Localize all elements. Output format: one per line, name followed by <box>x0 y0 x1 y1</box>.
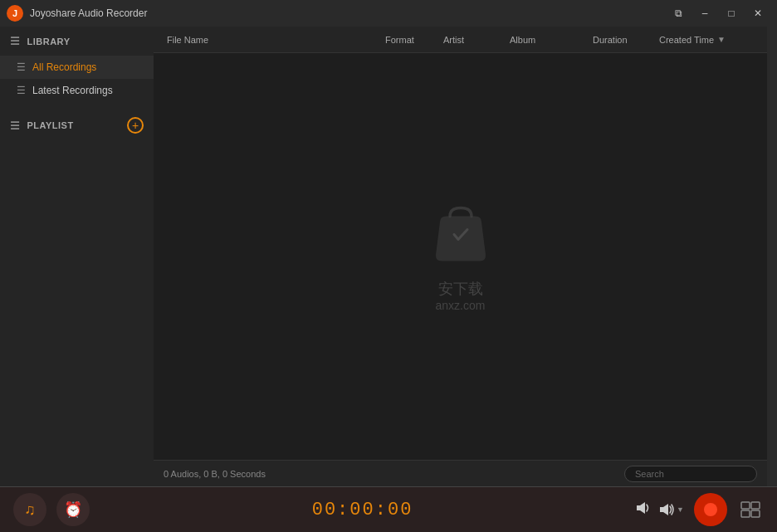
library-section-header: ☰ LIBRARY <box>0 27 154 56</box>
close-button[interactable]: ✕ <box>745 3 770 23</box>
svg-rect-1 <box>751 502 760 509</box>
playlist-menu-icon: ☰ <box>10 120 21 132</box>
app-title: Joyoshare Audio Recorder <box>30 7 666 19</box>
search-input[interactable] <box>624 466 757 482</box>
main-content: File Name Format Artist Album Duration C… <box>154 27 767 486</box>
scrollbar-area[interactable] <box>767 27 777 486</box>
window-controls: ⧉ – □ ✕ <box>666 3 770 23</box>
music-button[interactable]: ♫ <box>13 493 46 526</box>
all-recordings-label: All Recordings <box>32 61 96 73</box>
col-header-album: Album <box>503 35 586 45</box>
col-header-artist: Artist <box>437 35 503 45</box>
sidebar: ☰ LIBRARY ☰ All Recordings ☰ Latest Reco… <box>0 27 154 486</box>
bottom-bar: ♫ ⏰ 00:00:00 ▼ <box>0 486 777 532</box>
volume-controls: ▼ <box>635 500 684 519</box>
volume-icon[interactable] <box>635 500 652 519</box>
latest-recordings-icon: ☰ <box>17 85 26 96</box>
music-note-icon: ♫ <box>24 501 36 519</box>
svg-rect-2 <box>741 510 750 517</box>
col-header-filename: File Name <box>160 35 379 45</box>
status-text: 0 Audios, 0 B, 0 Seconds <box>164 469 624 479</box>
add-playlist-button[interactable]: + <box>127 117 144 134</box>
app-body: ☰ LIBRARY ☰ All Recordings ☰ Latest Reco… <box>0 27 777 532</box>
playlist-label: PLAYLIST <box>27 120 74 130</box>
sort-arrow-icon: ▼ <box>717 35 726 44</box>
latest-recordings-label: Latest Recordings <box>32 85 113 96</box>
library-menu-icon: ☰ <box>10 35 21 47</box>
watermark-subtext: anxz.com <box>432 299 490 312</box>
restore-button[interactable]: ⧉ <box>666 3 691 23</box>
timer-display: 00:00:00 <box>100 500 625 520</box>
sidebar-item-latest-recordings[interactable]: ☰ Latest Recordings <box>0 79 154 102</box>
volume-dropdown-arrow: ▼ <box>677 505 684 514</box>
col-header-created-time: Created Time ▼ <box>652 35 760 45</box>
alarm-button[interactable]: ⏰ <box>56 493 90 526</box>
title-bar: J Joyoshare Audio Recorder ⧉ – □ ✕ <box>0 0 777 27</box>
content-area: ☰ LIBRARY ☰ All Recordings ☰ Latest Reco… <box>0 27 777 486</box>
svg-rect-3 <box>751 510 760 517</box>
sidebar-item-all-recordings[interactable]: ☰ All Recordings <box>0 56 154 79</box>
record-dot-icon <box>704 503 717 516</box>
all-recordings-icon: ☰ <box>17 61 26 73</box>
status-bar: 0 Audios, 0 B, 0 Seconds <box>154 460 767 486</box>
watermark: 安下载 anxz.com <box>432 202 490 312</box>
playlist-section-header: ☰ PLAYLIST + <box>0 109 154 142</box>
maximize-button[interactable]: □ <box>719 3 744 23</box>
alarm-clock-icon: ⏰ <box>64 500 82 519</box>
library-label: LIBRARY <box>27 37 71 46</box>
svg-rect-0 <box>741 502 750 509</box>
app-logo: J <box>7 5 23 22</box>
layout-button[interactable] <box>737 498 764 521</box>
table-header: File Name Format Artist Album Duration C… <box>154 27 767 53</box>
minimize-button[interactable]: – <box>692 3 717 23</box>
volume-with-arrow[interactable]: ▼ <box>658 502 684 517</box>
watermark-text: 安下载 <box>432 279 490 299</box>
col-header-format: Format <box>379 35 437 45</box>
col-header-duration: Duration <box>586 35 652 45</box>
table-body: 安下载 anxz.com <box>154 53 767 460</box>
record-button[interactable] <box>694 493 727 526</box>
watermark-bag-icon <box>432 202 490 276</box>
